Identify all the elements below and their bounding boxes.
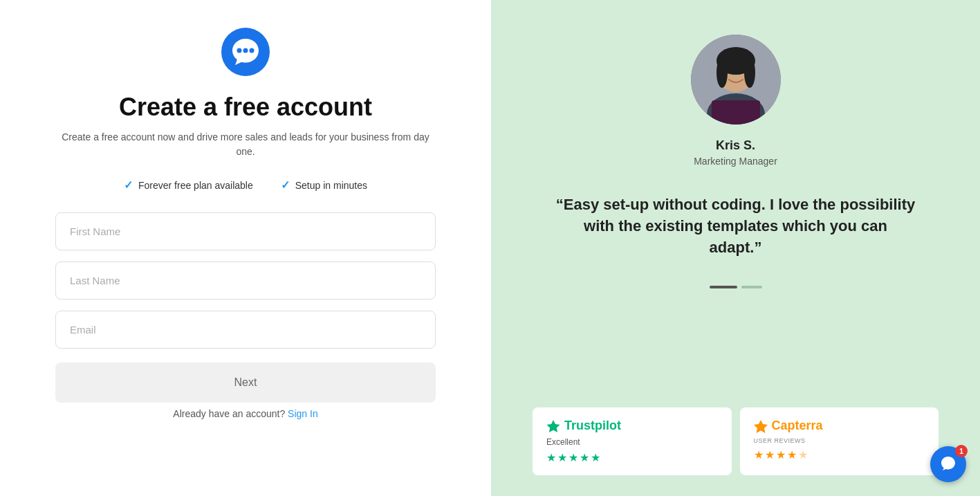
svg-point-3: [250, 48, 255, 53]
trustpilot-brand: Trustpilot: [546, 419, 718, 433]
trustpilot-stars: ★ ★ ★ ★ ★: [546, 451, 718, 464]
check-icon-setup: ✓: [281, 178, 290, 192]
left-panel: Create a free account Create a free acco…: [0, 0, 491, 496]
trustpilot-badge: Trustpilot Excellent ★ ★ ★ ★ ★: [533, 407, 732, 475]
carousel-dot-2[interactable]: [741, 286, 762, 288]
signup-form: Next: [55, 212, 436, 403]
feature-setup: ✓ Setup in minutes: [281, 178, 367, 192]
capterra-icon: [754, 419, 768, 433]
avatar: [691, 35, 781, 125]
last-name-input[interactable]: [55, 261, 436, 300]
email-input[interactable]: [55, 311, 436, 349]
capterra-stars: ★ ★ ★ ★ ★: [754, 448, 925, 461]
carousel-dots: [710, 286, 762, 288]
next-button[interactable]: Next: [55, 362, 436, 403]
signin-prompt: Already have an account? Sign In: [173, 408, 317, 419]
review-badges: Trustpilot Excellent ★ ★ ★ ★ ★ Capterra …: [533, 407, 939, 475]
logo-container: [221, 28, 270, 79]
check-icon-free: ✓: [124, 178, 133, 192]
person-title: Marketing Manager: [694, 156, 777, 167]
trustpilot-icon: [546, 419, 560, 433]
signin-link[interactable]: Sign In: [288, 408, 318, 419]
chat-notification-badge: 1: [955, 445, 968, 457]
avatar-image: [691, 35, 781, 125]
feature-free-label: Forever free plan available: [138, 180, 253, 191]
svg-point-9: [744, 57, 755, 88]
app-logo: [221, 28, 270, 76]
chat-bubble-button[interactable]: 1: [930, 446, 966, 482]
first-name-input[interactable]: [55, 212, 436, 250]
svg-marker-11: [547, 420, 560, 432]
capterra-badge: Capterra USER REVIEWS ★ ★ ★ ★ ★: [740, 407, 939, 475]
right-panel: Kris S. Marketing Manager “Easy set-up w…: [491, 0, 980, 496]
svg-point-2: [237, 48, 242, 53]
feature-forever-free: ✓ Forever free plan available: [124, 178, 253, 192]
trustpilot-label: Excellent: [546, 437, 718, 447]
features-row: ✓ Forever free plan available ✓ Setup in…: [124, 178, 367, 192]
capterra-label: USER REVIEWS: [754, 437, 925, 444]
carousel-dot-1[interactable]: [710, 286, 737, 288]
testimonial-quote: “Easy set-up without coding. I love the …: [556, 194, 916, 258]
feature-setup-label: Setup in minutes: [295, 180, 367, 191]
svg-marker-12: [754, 420, 768, 433]
person-name: Kris S.: [716, 138, 755, 153]
svg-rect-10: [712, 100, 760, 125]
svg-point-1: [243, 48, 248, 53]
chat-icon: [939, 455, 957, 473]
page-title: Create a free account: [119, 93, 372, 122]
svg-point-8: [716, 57, 728, 88]
capterra-brand: Capterra: [754, 419, 925, 433]
testimonial-section: Kris S. Marketing Manager “Easy set-up w…: [556, 35, 916, 407]
page-subtitle: Create a free account now and drive more…: [55, 130, 436, 159]
